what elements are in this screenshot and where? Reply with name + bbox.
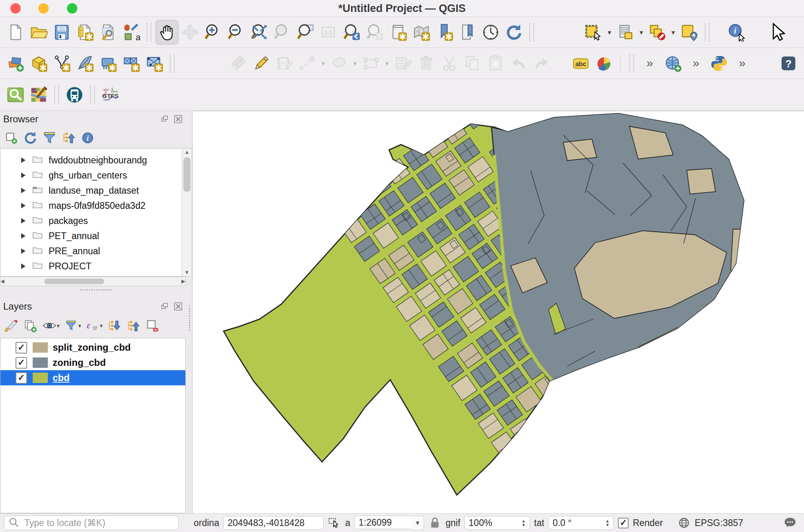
gtfs-go-button[interactable] bbox=[63, 82, 86, 107]
layers-close-button[interactable] bbox=[173, 301, 183, 312]
expand-arrow-icon[interactable] bbox=[21, 203, 26, 208]
metasearch-button[interactable] bbox=[661, 51, 684, 76]
browser-tree-item[interactable]: PRE_annual bbox=[0, 243, 185, 259]
pan-map-button[interactable] bbox=[155, 20, 179, 45]
scale-dropdown-arrow[interactable]: ▼ bbox=[412, 516, 424, 530]
scroll-down-arrow-icon[interactable]: ▼ bbox=[185, 269, 190, 276]
expand-arrow-icon[interactable] bbox=[21, 157, 26, 163]
map-canvas[interactable] bbox=[192, 111, 804, 513]
zoom-to-selection-button[interactable] bbox=[271, 20, 294, 45]
browser-tree-item[interactable]: landuse_map_dataset bbox=[0, 183, 185, 198]
select-features-dropdown-caret[interactable]: ▼ bbox=[605, 20, 614, 45]
layer-row-cbd[interactable]: ✓cbd bbox=[0, 370, 185, 385]
expand-arrow-icon[interactable] bbox=[21, 248, 26, 254]
new-mesh-layer-button[interactable] bbox=[120, 51, 143, 76]
browser-horizontal-scrollbar[interactable]: ◀ ▶ bbox=[0, 277, 186, 286]
zoom-native-button[interactable]: 1:1 bbox=[317, 20, 340, 45]
expand-arrow-icon[interactable] bbox=[21, 263, 26, 269]
pan-to-selection-button[interactable] bbox=[179, 20, 202, 45]
new-virtual-layer-button[interactable] bbox=[96, 51, 120, 76]
browser-float-button[interactable] bbox=[159, 114, 170, 124]
deselect-features-dropdown-caret[interactable]: ▼ bbox=[669, 20, 678, 45]
minimize-window-button[interactable] bbox=[38, 3, 49, 14]
remove-layer-button[interactable] bbox=[143, 317, 162, 335]
expand-arrow-icon[interactable] bbox=[21, 188, 26, 193]
expand-tree-button[interactable] bbox=[104, 317, 124, 335]
save-layer-edits-button[interactable] bbox=[273, 51, 296, 76]
new-map-view-button[interactable] bbox=[387, 20, 410, 45]
select-features-button[interactable] bbox=[582, 20, 605, 45]
toolbar-grip-handle[interactable] bbox=[629, 54, 634, 73]
zoom-last-button[interactable] bbox=[340, 20, 364, 45]
browser-add-layer-button[interactable] bbox=[2, 129, 21, 147]
open-project-button[interactable] bbox=[27, 20, 50, 45]
layer-row-zoning_cbd[interactable]: ✓zoning_cbd bbox=[0, 355, 185, 370]
digitize-with-segment-button[interactable] bbox=[296, 51, 319, 76]
expand-arrow-icon[interactable] bbox=[21, 233, 26, 239]
browser-tree-item[interactable]: Protective_Action_Zone bbox=[0, 274, 185, 277]
browser-vscroll-thumb[interactable] bbox=[183, 157, 191, 192]
messages-bubble-icon[interactable] bbox=[783, 516, 797, 530]
new-3d-map-view-button[interactable] bbox=[410, 20, 433, 45]
lock-scale-icon[interactable] bbox=[428, 516, 442, 530]
toolbar-overflow-button[interactable]: » bbox=[731, 51, 754, 76]
toggle-editing-button[interactable] bbox=[250, 51, 273, 76]
rotation-spin-arrows[interactable]: ▲▼ bbox=[605, 519, 610, 527]
toolbar-grip-handle[interactable] bbox=[54, 86, 59, 104]
browser-hscroll-thumb[interactable] bbox=[44, 279, 104, 284]
magnifier-spin-arrows[interactable]: ▲▼ bbox=[521, 519, 526, 527]
toolbar-grip-handle[interactable] bbox=[170, 54, 175, 73]
osm-place-search-button[interactable] bbox=[4, 82, 27, 107]
open-layer-styling-button[interactable] bbox=[2, 317, 21, 335]
zoom-full-button[interactable] bbox=[248, 20, 271, 45]
panel-splitter-handle[interactable] bbox=[80, 289, 112, 294]
zoom-window-button[interactable] bbox=[67, 3, 77, 14]
move-feature-button[interactable] bbox=[328, 51, 351, 76]
modify-attributes-button[interactable] bbox=[391, 51, 415, 76]
layers-float-button[interactable] bbox=[159, 301, 170, 312]
new-project-button[interactable] bbox=[4, 20, 27, 45]
browser-tree-item[interactable]: ghs_urban_centers bbox=[0, 168, 185, 183]
quickmapservices-button[interactable] bbox=[27, 82, 50, 107]
render-checkbox[interactable]: ✓ bbox=[618, 518, 629, 528]
manage-map-themes-dropdown-caret[interactable]: ▼ bbox=[56, 323, 61, 329]
save-project-button[interactable] bbox=[50, 20, 73, 45]
scroll-up-arrow-icon[interactable]: ▲ bbox=[185, 149, 190, 156]
cut-features-button[interactable] bbox=[438, 51, 461, 76]
collapse-tree-button[interactable] bbox=[59, 129, 78, 147]
gtfs-loader-button[interactable]: GTFS bbox=[99, 82, 122, 107]
filter-by-expression-dropdown-caret[interactable]: ▼ bbox=[99, 323, 104, 329]
toolbar-overflow-button[interactable]: » bbox=[684, 51, 708, 76]
layer-labeling-button[interactable]: abc bbox=[569, 51, 592, 76]
browser-tree-item[interactable]: fwddoubtneighbourandg bbox=[0, 153, 185, 168]
toolbar-grip-handle[interactable] bbox=[147, 23, 151, 41]
layer-visibility-checkbox[interactable]: ✓ bbox=[16, 357, 27, 369]
layer-visibility-checkbox[interactable]: ✓ bbox=[16, 342, 27, 353]
filter-legend-dropdown-caret[interactable]: ▼ bbox=[77, 323, 83, 329]
help-button[interactable]: ? bbox=[777, 51, 800, 76]
locator-search[interactable] bbox=[4, 516, 179, 530]
refresh-map-button[interactable] bbox=[502, 20, 525, 45]
collapse-tree-button[interactable] bbox=[124, 317, 143, 335]
extents-toggle-icon[interactable] bbox=[328, 516, 341, 530]
scroll-left-arrow-icon[interactable]: ◀ bbox=[0, 278, 4, 285]
browser-tree-item[interactable]: PET_annual bbox=[0, 228, 185, 243]
toolbar-overflow-button[interactable]: » bbox=[638, 51, 661, 76]
select-features-by-value-button[interactable] bbox=[614, 20, 637, 45]
expand-arrow-icon[interactable] bbox=[21, 218, 26, 224]
crs-globe-icon[interactable] bbox=[677, 516, 691, 530]
undo-button[interactable] bbox=[507, 51, 530, 76]
show-layout-manager-button[interactable] bbox=[96, 20, 120, 45]
new-geopackage-layer-button[interactable] bbox=[27, 51, 50, 76]
scale-value-box[interactable]: 1:26099 bbox=[354, 516, 414, 529]
digitize-with-segment-dropdown-caret[interactable]: ▼ bbox=[319, 51, 328, 76]
layer-row-split_zoning_cbd[interactable]: ✓split_zoning_cbd bbox=[0, 340, 185, 355]
new-annotation-layer-button[interactable] bbox=[73, 51, 96, 76]
toolbar-grip-handle[interactable] bbox=[90, 86, 95, 104]
paste-features-button[interactable] bbox=[484, 51, 507, 76]
vertex-tool-dropdown-caret[interactable]: ▼ bbox=[383, 51, 391, 76]
expand-arrow-icon[interactable] bbox=[21, 173, 26, 178]
show-spatial-bookmarks-button[interactable] bbox=[456, 20, 479, 45]
python-console-button[interactable] bbox=[708, 51, 731, 76]
temporal-controller-button[interactable] bbox=[479, 20, 502, 45]
